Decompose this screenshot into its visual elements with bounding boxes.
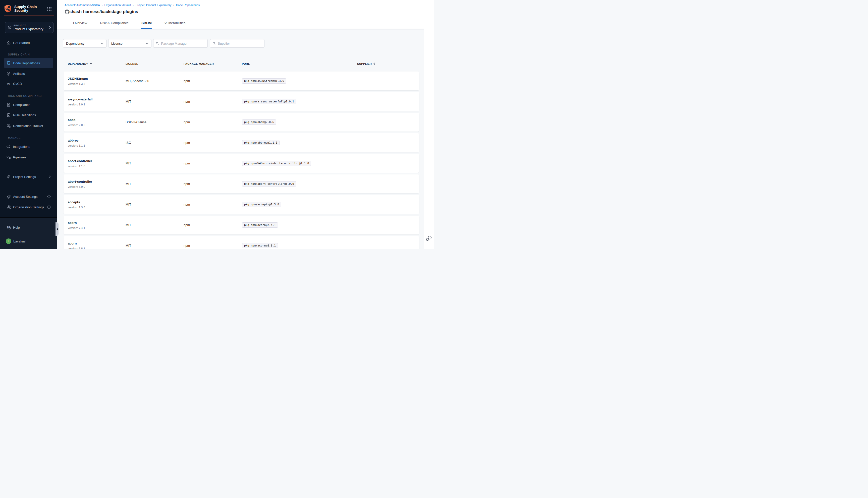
chevron-down-icon — [101, 43, 103, 44]
dependency-name: acorn — [68, 241, 126, 245]
collapse-left-icon — [56, 228, 58, 230]
column-label: SUPPLIER — [357, 62, 372, 65]
sidebar-item-label: Rule Definitions — [13, 113, 36, 117]
project-cube-icon — [8, 25, 12, 30]
package-manager-value: npm — [184, 79, 242, 83]
dependency-cell: abort-controller version: 1.1.0 — [68, 159, 126, 168]
sidebar-item-account-settings[interactable]: Account Settings — [4, 192, 53, 201]
dependency-table: JSONStream version: 1.3.5 MIT, Apache-2.… — [64, 71, 419, 249]
column-header-supplier[interactable]: SUPPLIER — [357, 62, 419, 65]
column-label: LICENSE — [126, 62, 138, 65]
sbom-content: Dependency License DEPENDENCY LIC — [57, 29, 424, 249]
table-row[interactable]: accepts version: 1.3.8 MIT npm pkg:npm/a… — [64, 195, 419, 214]
purl-chip: pkg:npm/%40azure/abort-controller@1.1.0 — [242, 161, 311, 166]
dependency-name: abort-controller — [68, 180, 126, 183]
dependency-name: accepts — [68, 200, 126, 204]
dependency-version: version: 1.1.1 — [68, 144, 126, 147]
dependency-name: abort-controller — [68, 159, 126, 163]
sidebar-item-label: Help — [13, 226, 20, 230]
sidebar-item-integrations[interactable]: Integrations — [4, 142, 53, 152]
project-name: Product Exploratory — [14, 27, 49, 31]
table-row[interactable]: abab version: 2.0.6 BSD-3-Clause npm pkg… — [64, 113, 419, 132]
breadcrumb-account-link[interactable]: Account: Automation-SSCA — [65, 3, 100, 6]
sidebar-item-remediation-tracker[interactable]: Remediation Tracker — [4, 121, 53, 131]
package-manager-value: npm — [184, 120, 242, 124]
column-header-package-manager: PACKAGE MANAGER — [184, 62, 242, 65]
infinity-icon: ∞ — [6, 82, 11, 85]
purl-cell: pkg:npm/accepts@1.3.8 — [242, 202, 357, 207]
sidebar-divider — [4, 168, 53, 168]
avatar: L — [6, 238, 11, 244]
repository-tabs: Overview Risk & Compliance SBOM Vulnerab… — [57, 18, 434, 29]
dependency-cell: accepts version: 1.3.8 — [68, 200, 126, 209]
breadcrumb-organization-link[interactable]: Organization: default — [104, 3, 131, 6]
tab-risk-compliance[interactable]: Risk & Compliance — [100, 18, 129, 29]
tab-sbom[interactable]: SBOM — [141, 18, 152, 29]
table-row[interactable]: a-sync-waterfall version: 1.0.1 MIT npm … — [64, 92, 419, 111]
dependency-filter-dropdown[interactable]: Dependency — [63, 39, 106, 48]
table-row[interactable]: acorn version: 8.8.1 MIT npm pkg:npm/aco… — [64, 236, 419, 249]
dependency-version: version: 1.3.5 — [68, 82, 126, 86]
user-name: Lavakush — [13, 239, 27, 243]
supplier-search-input[interactable] — [217, 41, 262, 46]
sidebar-item-label: Artifacts — [13, 72, 25, 76]
column-header-dependency[interactable]: DEPENDENCY — [68, 62, 126, 65]
sidebar-item-rule-definitions[interactable]: Rule Definitions — [4, 110, 53, 120]
package-manager-search-input[interactable] — [160, 41, 205, 46]
purl-chip: pkg:npm/JSONStream@1.3.5 — [242, 78, 286, 83]
license-filter-label: License — [111, 42, 122, 45]
table-row[interactable]: abbrev version: 1.1.1 ISC npm pkg:npm/ab… — [64, 133, 419, 152]
app-title: Supply Chain Security — [14, 5, 37, 13]
sidebar-item-project-settings[interactable]: Project Settings — [4, 172, 53, 182]
table-header: DEPENDENCY LICENSE PACKAGE MANAGER PURL … — [64, 62, 419, 65]
sidebar-item-label: Organization Settings — [13, 205, 44, 209]
chat-support-icon[interactable] — [426, 235, 432, 241]
breadcrumb-code-repositories-link[interactable]: Code Repositories — [176, 3, 200, 6]
pipelines-icon — [6, 155, 11, 159]
column-header-purl: PURL — [242, 62, 357, 65]
sidebar-collapse-handle[interactable] — [55, 222, 59, 236]
package-manager-value: npm — [184, 202, 242, 206]
sort-descending-icon — [90, 63, 92, 65]
package-manager-search[interactable] — [153, 39, 208, 48]
license-value: ISC — [126, 141, 184, 145]
integrations-share-icon — [6, 145, 11, 149]
sidebar-item-organization-settings[interactable]: Organization Settings — [4, 202, 53, 212]
project-selector[interactable]: PROJECT Product Exploratory — [5, 22, 53, 33]
app-launcher-grid-icon[interactable] — [47, 7, 52, 11]
info-icon[interactable] — [47, 205, 51, 209]
breadcrumb-project-link[interactable]: Project: Product Exploratory — [135, 3, 171, 6]
dependency-cell: acorn version: 8.8.1 — [68, 241, 126, 249]
table-row[interactable]: acorn version: 7.4.1 MIT npm pkg:npm/aco… — [64, 215, 419, 234]
project-selector-text: PROJECT Product Exploratory — [14, 24, 49, 31]
license-filter-dropdown[interactable]: License — [108, 39, 152, 48]
package-manager-value: npm — [184, 244, 242, 248]
sidebar-item-cicd[interactable]: ∞ CI/CD — [4, 79, 53, 89]
supplier-search[interactable] — [210, 39, 264, 48]
table-row[interactable]: abort-controller version: 3.0.0 MIT npm … — [64, 174, 419, 193]
sidebar-item-code-repositories[interactable]: Code Repositories — [4, 58, 53, 68]
sidebar-item-pipelines[interactable]: Pipelines — [4, 152, 53, 162]
app-logo: Supply Chain Security — [4, 4, 37, 13]
sidebar-item-get-started[interactable]: Get Started — [4, 38, 53, 48]
user-menu[interactable]: L Lavakush — [4, 236, 53, 246]
sidebar: Supply Chain Security PROJECT Product Ex… — [0, 0, 57, 249]
page-title: shash-harness/backstage-plugins — [69, 9, 138, 14]
breadcrumb-separator: › — [102, 3, 103, 6]
clipboard-check-icon — [6, 113, 11, 117]
table-row[interactable]: JSONStream version: 1.3.5 MIT, Apache-2.… — [64, 71, 419, 90]
sidebar-item-artifacts[interactable]: Artifacts — [4, 68, 53, 79]
box-wrench-icon — [6, 124, 11, 128]
info-icon[interactable] — [47, 195, 51, 198]
purl-chip: pkg:npm/abort-controller@3.0.0 — [242, 181, 296, 186]
purl-cell: pkg:npm/acorn@8.8.1 — [242, 243, 357, 248]
tab-overview[interactable]: Overview — [73, 18, 88, 29]
search-icon — [156, 42, 159, 45]
sidebar-item-label: Compliance — [13, 103, 30, 107]
tab-vulnerabilities[interactable]: Vulnerabilities — [164, 18, 186, 29]
sidebar-item-help[interactable]: ? Help — [4, 222, 53, 233]
table-row[interactable]: abort-controller version: 1.1.0 MIT npm … — [64, 154, 419, 173]
sort-both-icon — [374, 63, 375, 65]
dependency-cell: abab version: 2.0.6 — [68, 118, 126, 127]
sidebar-item-compliance[interactable]: Compliance — [4, 100, 53, 110]
